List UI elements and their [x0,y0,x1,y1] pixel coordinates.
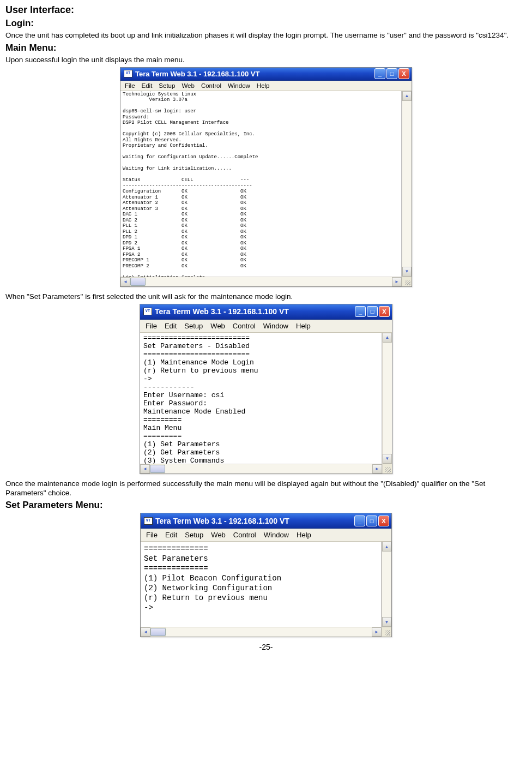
horizontal-scrollbar[interactable]: ◄ ► [120,277,412,286]
scroll-left-button[interactable]: ◄ [141,627,150,637]
menu-help[interactable]: Help [257,82,270,89]
mainmenu-paragraph: Upon successful login the unit displays … [5,56,527,65]
scrollbar-track[interactable] [166,627,372,637]
menu-window[interactable]: Window [263,322,288,330]
minimize-button[interactable]: _ [374,68,385,79]
scrollbar-thumb[interactable] [150,628,166,636]
menu-control[interactable]: Control [201,82,221,89]
vertical-scrollbar[interactable]: ▲ ▼ [402,91,412,277]
app-icon: VT [143,308,152,315]
menubar: File Edit Setup Web Control Window Help [120,81,412,91]
minimize-button[interactable]: _ [355,306,366,317]
login-paragraph: Once the unit has completed its boot up … [5,31,527,40]
scroll-right-button[interactable]: ► [372,464,382,474]
vertical-scrollbar[interactable]: ▲ ▼ [382,542,391,627]
scrollbar-track[interactable] [402,101,412,267]
menu-edit[interactable]: Edit [165,322,177,330]
menubar: File Edit Setup Web Control Window Help [140,320,392,333]
menu-help[interactable]: Help [296,322,311,330]
scrollbar-track[interactable] [382,552,391,617]
heading-main-menu: Main Menu: [5,43,527,53]
minimize-button[interactable]: _ [354,516,365,526]
scrollbar-track[interactable] [383,343,392,454]
maintenance-login-paragraph: When "Set Parameters" is first selected … [5,292,527,302]
resize-grip[interactable] [402,277,412,286]
titlebar[interactable]: VT Tera Term Web 3.1 - 192.168.1.100 VT … [140,304,392,320]
terminal-output[interactable]: Technologic Systems Linux Version 3.07a … [120,91,402,277]
window-title: Tera Term Web 3.1 - 192.168.1.100 VT [135,70,259,78]
menu-setup[interactable]: Setup [184,322,203,330]
post-maintenance-paragraph: Once the maintenance mode login is perfo… [5,480,527,498]
resize-grip[interactable] [382,464,392,474]
window-title: Tera Term Web 3.1 - 192.168.1.100 VT [155,307,289,316]
menu-setup[interactable]: Setup [185,531,203,539]
menu-web[interactable]: Web [210,322,225,330]
scrollbar-thumb[interactable] [150,465,165,473]
scroll-up-button[interactable]: ▲ [383,333,392,343]
scroll-down-button[interactable]: ▼ [383,454,392,464]
titlebar[interactable]: VT Tera Term Web 3.1 - 192.168.1.100 VT … [141,513,391,529]
scroll-right-button[interactable]: ► [392,277,402,286]
menu-edit[interactable]: Edit [142,82,153,89]
close-button[interactable]: X [378,516,389,526]
scroll-up-button[interactable]: ▲ [402,91,412,101]
window-title: Tera Term Web 3.1 - 192.168.1.100 VT [155,517,289,525]
app-icon: VT [144,517,153,525]
menu-file[interactable]: File [146,322,157,330]
scroll-down-button[interactable]: ▼ [382,617,391,627]
scrollbar-track[interactable] [165,464,372,474]
menu-window[interactable]: Window [264,531,289,539]
menu-edit[interactable]: Edit [165,531,177,539]
horizontal-scrollbar[interactable]: ◄ ► [141,627,391,637]
menu-control[interactable]: Control [233,531,256,539]
menu-web[interactable]: Web [182,82,194,89]
menu-help[interactable]: Help [297,531,311,539]
close-button[interactable]: X [379,306,390,317]
heading-user-interface: User Interface: [5,4,527,16]
vertical-scrollbar[interactable]: ▲ ▼ [382,333,392,464]
maximize-button[interactable]: □ [366,516,377,526]
resize-grip[interactable] [382,627,391,637]
horizontal-scrollbar[interactable]: ◄ ► [140,464,392,474]
heading-set-parameters-menu: Set Parameters Menu: [5,500,527,511]
scroll-up-button[interactable]: ▲ [382,542,391,552]
app-icon: VT [124,70,132,77]
menu-control[interactable]: Control [233,322,256,330]
terminal-window-2: VT Tera Term Web 3.1 - 192.168.1.100 VT … [140,304,392,474]
menu-setup[interactable]: Setup [159,82,175,89]
scrollbar-thumb[interactable] [130,278,146,286]
menu-file[interactable]: File [146,531,158,539]
scrollbar-track[interactable] [146,277,392,286]
page-number: -25- [5,643,527,651]
terminal-window-1: VT Tera Term Web 3.1 - 192.168.1.100 VT … [120,67,412,287]
terminal-output[interactable]: ============== Set Parameters ==========… [141,542,382,627]
scroll-right-button[interactable]: ► [372,627,382,637]
terminal-output[interactable]: ========================= Set Parameters… [140,333,382,464]
scroll-down-button[interactable]: ▼ [402,267,412,277]
menu-window[interactable]: Window [228,82,250,89]
heading-login: Login: [5,18,527,29]
scroll-left-button[interactable]: ◄ [120,277,130,286]
menu-web[interactable]: Web [211,531,226,539]
close-button[interactable]: X [398,68,409,79]
terminal-window-3: VT Tera Term Web 3.1 - 192.168.1.100 VT … [140,513,392,637]
scroll-left-button[interactable]: ◄ [140,464,150,474]
maximize-button[interactable]: □ [386,68,397,79]
titlebar[interactable]: VT Tera Term Web 3.1 - 192.168.1.100 VT … [120,68,412,81]
menubar: File Edit Setup Web Control Window Help [141,529,391,542]
menu-file[interactable]: File [125,82,135,89]
maximize-button[interactable]: □ [367,306,378,317]
